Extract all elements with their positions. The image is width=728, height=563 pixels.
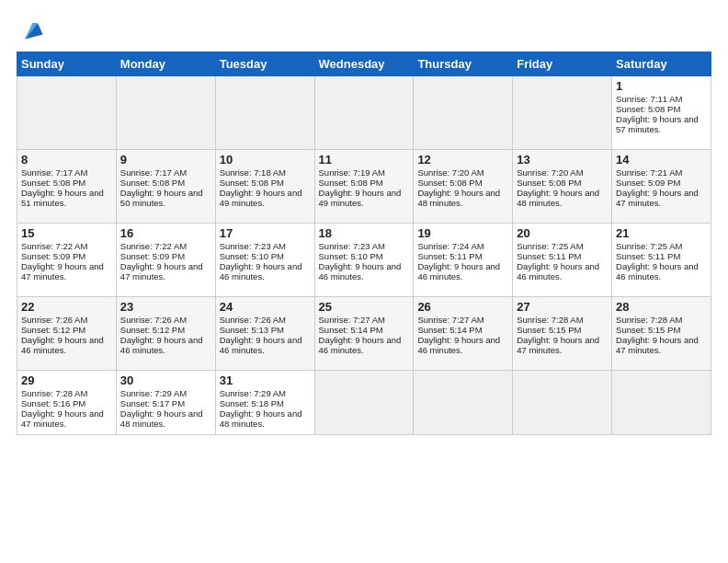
day-number: 15	[21, 226, 112, 240]
sunset-text: Sunset: 5:13 PM	[220, 325, 284, 335]
sunrise-text: Sunrise: 7:20 AM	[517, 167, 583, 178]
daylight-text: Daylight: 9 hours and 46 minutes.	[319, 261, 402, 282]
sunrise-text: Sunrise: 7:27 AM	[319, 315, 385, 325]
calendar-cell	[314, 76, 414, 150]
calendar-cell: 13Sunrise: 7:20 AMSunset: 5:08 PMDayligh…	[513, 150, 612, 224]
daylight-text: Daylight: 9 hours and 46 minutes.	[21, 335, 104, 355]
day-number: 11	[319, 153, 410, 167]
daylight-text: Daylight: 9 hours and 48 minutes.	[220, 408, 302, 429]
calendar-cell	[513, 76, 612, 150]
sunrise-text: Sunrise: 7:25 AM	[517, 241, 583, 251]
sunset-text: Sunset: 5:10 PM	[220, 251, 284, 261]
day-number: 31	[220, 373, 311, 387]
calendar-cell	[513, 371, 612, 435]
calendar-cell: 16Sunrise: 7:22 AMSunset: 5:09 PMDayligh…	[116, 224, 215, 297]
daylight-text: Daylight: 9 hours and 48 minutes.	[120, 408, 203, 429]
day-number: 29	[21, 373, 112, 387]
day-number: 16	[120, 226, 211, 240]
calendar-cell: 21Sunrise: 7:25 AMSunset: 5:11 PMDayligh…	[612, 224, 711, 297]
day-number: 26	[417, 300, 508, 314]
page-container: SundayMondayTuesdayWednesdayThursdayFrid…	[0, 0, 728, 444]
sunrise-text: Sunrise: 7:23 AM	[220, 241, 286, 251]
sunrise-text: Sunrise: 7:26 AM	[21, 315, 87, 325]
calendar-cell: 29Sunrise: 7:28 AMSunset: 5:16 PMDayligh…	[17, 371, 117, 435]
weekday-header: Monday	[116, 52, 215, 76]
daylight-text: Daylight: 9 hours and 47 minutes.	[616, 335, 699, 355]
calendar-cell: 1Sunrise: 7:11 AMSunset: 5:08 PMDaylight…	[612, 76, 711, 150]
day-number: 27	[517, 300, 608, 314]
day-number: 17	[220, 226, 311, 240]
sunset-text: Sunset: 5:11 PM	[517, 251, 581, 261]
calendar-cell: 11Sunrise: 7:19 AMSunset: 5:08 PMDayligh…	[314, 150, 414, 224]
weekday-header: Saturday	[612, 52, 711, 76]
sunrise-text: Sunrise: 7:26 AM	[220, 315, 286, 325]
sunset-text: Sunset: 5:17 PM	[120, 398, 185, 408]
calendar-cell: 18Sunrise: 7:23 AMSunset: 5:10 PMDayligh…	[314, 224, 414, 297]
daylight-text: Daylight: 9 hours and 57 minutes.	[616, 114, 699, 134]
calendar-cell	[215, 76, 314, 150]
daylight-text: Daylight: 9 hours and 46 minutes.	[417, 335, 500, 355]
sunrise-text: Sunrise: 7:25 AM	[616, 241, 682, 251]
sunset-text: Sunset: 5:10 PM	[319, 251, 383, 261]
calendar-cell: 30Sunrise: 7:29 AMSunset: 5:17 PMDayligh…	[116, 371, 215, 435]
sunrise-text: Sunrise: 7:27 AM	[417, 315, 483, 325]
calendar-cell: 25Sunrise: 7:27 AMSunset: 5:14 PMDayligh…	[314, 297, 414, 371]
daylight-text: Daylight: 9 hours and 46 minutes.	[120, 335, 203, 355]
calendar-cell: 17Sunrise: 7:23 AMSunset: 5:10 PMDayligh…	[215, 224, 314, 297]
sunrise-text: Sunrise: 7:17 AM	[21, 167, 87, 178]
calendar-cell: 27Sunrise: 7:28 AMSunset: 5:15 PMDayligh…	[513, 297, 612, 371]
sunrise-text: Sunrise: 7:28 AM	[616, 315, 682, 325]
sunset-text: Sunset: 5:16 PM	[21, 398, 85, 408]
calendar-cell: 20Sunrise: 7:25 AMSunset: 5:11 PMDayligh…	[513, 224, 612, 297]
weekday-header: Tuesday	[215, 52, 314, 76]
logo-icon	[18, 17, 44, 42]
sunset-text: Sunset: 5:08 PM	[417, 178, 482, 188]
sunset-text: Sunset: 5:08 PM	[319, 178, 383, 188]
sunrise-text: Sunrise: 7:22 AM	[120, 241, 187, 251]
header-row: SundayMondayTuesdayWednesdayThursdayFrid…	[17, 52, 711, 76]
calendar-cell: 12Sunrise: 7:20 AMSunset: 5:08 PMDayligh…	[414, 150, 513, 224]
sunset-text: Sunset: 5:08 PM	[21, 178, 85, 188]
weekday-header: Thursday	[414, 52, 513, 76]
calendar-cell	[116, 76, 215, 150]
calendar-cell	[414, 76, 513, 150]
calendar-cell: 14Sunrise: 7:21 AMSunset: 5:09 PMDayligh…	[612, 150, 711, 224]
sunset-text: Sunset: 5:09 PM	[120, 251, 185, 261]
daylight-text: Daylight: 9 hours and 47 minutes.	[120, 261, 203, 282]
daylight-text: Daylight: 9 hours and 46 minutes.	[220, 335, 302, 355]
sunset-text: Sunset: 5:08 PM	[616, 104, 680, 114]
sunset-text: Sunset: 5:15 PM	[517, 325, 581, 335]
daylight-text: Daylight: 9 hours and 46 minutes.	[220, 261, 302, 282]
daylight-text: Daylight: 9 hours and 46 minutes.	[517, 261, 599, 282]
sunset-text: Sunset: 5:09 PM	[21, 251, 85, 261]
calendar-cell	[612, 371, 711, 435]
day-number: 23	[120, 300, 211, 314]
calendar-cell: 22Sunrise: 7:26 AMSunset: 5:12 PMDayligh…	[17, 297, 117, 371]
calendar-cell	[314, 371, 414, 435]
daylight-text: Daylight: 9 hours and 48 minutes.	[417, 188, 500, 208]
sunrise-text: Sunrise: 7:19 AM	[319, 167, 385, 178]
sunrise-text: Sunrise: 7:29 AM	[120, 388, 187, 398]
day-number: 18	[319, 226, 410, 240]
day-number: 12	[417, 153, 508, 167]
day-number: 20	[517, 226, 608, 240]
day-number: 14	[616, 153, 707, 167]
sunrise-text: Sunrise: 7:11 AM	[616, 94, 682, 104]
daylight-text: Daylight: 9 hours and 49 minutes.	[319, 188, 402, 208]
calendar-cell: 23Sunrise: 7:26 AMSunset: 5:12 PMDayligh…	[116, 297, 215, 371]
sunrise-text: Sunrise: 7:17 AM	[120, 167, 187, 178]
sunrise-text: Sunrise: 7:18 AM	[220, 167, 286, 178]
day-number: 24	[220, 300, 311, 314]
sunrise-text: Sunrise: 7:29 AM	[220, 388, 286, 398]
calendar-cell: 10Sunrise: 7:18 AMSunset: 5:08 PMDayligh…	[215, 150, 314, 224]
sunrise-text: Sunrise: 7:21 AM	[616, 167, 682, 178]
day-number: 13	[517, 153, 608, 167]
daylight-text: Daylight: 9 hours and 46 minutes.	[319, 335, 402, 355]
sunrise-text: Sunrise: 7:28 AM	[21, 388, 87, 398]
sunrise-text: Sunrise: 7:28 AM	[517, 315, 583, 325]
calendar-table: SundayMondayTuesdayWednesdayThursdayFrid…	[17, 52, 711, 435]
day-number: 25	[319, 300, 410, 314]
daylight-text: Daylight: 9 hours and 46 minutes.	[417, 261, 500, 282]
sunset-text: Sunset: 5:11 PM	[417, 251, 482, 261]
calendar-cell: 26Sunrise: 7:27 AMSunset: 5:14 PMDayligh…	[414, 297, 513, 371]
